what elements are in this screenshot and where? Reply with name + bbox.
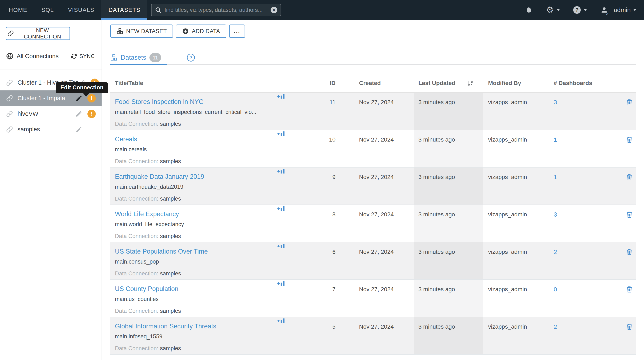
- connection-warning-icon[interactable]: !: [88, 110, 96, 118]
- dataset-modified-by-cell: vizapps_admin: [483, 317, 552, 354]
- table-row[interactable]: World Life Expectancy main.world_life_ex…: [110, 205, 636, 242]
- dataset-connection-line: Data Connection:samples: [115, 121, 277, 127]
- dashboards-count-link[interactable]: 3: [554, 205, 557, 218]
- add-data-button[interactable]: ADD DATA: [176, 24, 226, 38]
- dataset-title-link[interactable]: Earthquake Data January 2019: [115, 168, 277, 180]
- delete-dataset-icon[interactable]: [626, 211, 633, 242]
- edit-connection-icon[interactable]: [75, 95, 82, 102]
- global-search[interactable]: ✕: [151, 4, 281, 16]
- datasets-table: Title/Table ID Created Last Updated Modi…: [110, 74, 636, 355]
- link-icon: [6, 111, 13, 117]
- new-dashboard-icon[interactable]: [277, 130, 289, 137]
- new-dashboard-icon[interactable]: [277, 205, 289, 212]
- data-connection-label: Data Connection:: [115, 308, 158, 314]
- dashboards-count-link[interactable]: 0: [554, 280, 557, 293]
- dataset-title-link[interactable]: World Life Expectancy: [115, 205, 277, 218]
- search-clear-icon[interactable]: ✕: [270, 7, 277, 13]
- all-connections-item[interactable]: All Connections: [6, 53, 59, 60]
- sort-descending-icon[interactable]: [467, 80, 474, 87]
- column-header-id[interactable]: ID: [289, 80, 337, 86]
- dataset-title-link[interactable]: Cereals: [115, 130, 277, 143]
- all-connections-label: All Connections: [17, 53, 59, 60]
- link-icon: [6, 126, 13, 133]
- help-menu-button[interactable]: ?: [573, 6, 587, 14]
- new-dataset-button[interactable]: NEW DATASET: [110, 24, 173, 38]
- sync-label: SYNC: [80, 53, 95, 59]
- connection-item[interactable]: samples !: [0, 122, 102, 137]
- tab-datasets-label: Datasets: [121, 54, 146, 61]
- delete-dataset-icon[interactable]: [626, 323, 633, 354]
- nav-item-visuals[interactable]: VISUALS: [61, 0, 101, 20]
- sidebar-divider: [0, 69, 102, 69]
- dataset-id-cell: 5: [289, 317, 337, 354]
- connection-item[interactable]: hiveVW !: [0, 106, 102, 122]
- user-menu-button[interactable]: ✓ admin: [600, 6, 636, 14]
- dataset-actions-cell: [622, 130, 636, 167]
- nav-item-datasets[interactable]: DATASETS: [101, 0, 147, 20]
- delete-dataset-icon[interactable]: [626, 248, 633, 279]
- dashboards-count-link[interactable]: 2: [554, 242, 557, 255]
- column-header-created[interactable]: Created: [337, 80, 414, 86]
- new-dashboard-icon[interactable]: [277, 317, 289, 324]
- dataset-actions-cell: [622, 280, 636, 317]
- edit-connection-icon[interactable]: [75, 110, 82, 117]
- table-row[interactable]: US State Populations Over Time main.cens…: [110, 242, 636, 280]
- column-header-title-table[interactable]: Title/Table: [110, 80, 277, 86]
- data-connection-value: samples: [160, 345, 181, 352]
- data-connection-value: samples: [160, 121, 181, 127]
- dataset-created-cell: Nov 27, 2024: [337, 168, 414, 204]
- table-row[interactable]: Global Information Security Threats main…: [110, 317, 636, 355]
- connection-actions: !: [75, 125, 96, 134]
- delete-dataset-icon[interactable]: [626, 286, 633, 317]
- settings-menu-button[interactable]: ⚙: [546, 5, 560, 14]
- new-dashboard-icon[interactable]: [277, 93, 289, 100]
- dashboards-count-link[interactable]: 2: [554, 317, 557, 330]
- tab-datasets[interactable]: Datasets 11: [110, 51, 167, 64]
- nav-item-home[interactable]: HOME: [0, 0, 34, 20]
- datasets-help-icon[interactable]: ?: [187, 54, 195, 61]
- dashboards-count-link[interactable]: 3: [554, 93, 557, 106]
- dataset-modified-by-cell: vizapps_admin: [483, 168, 552, 204]
- data-connection-label: Data Connection:: [115, 195, 158, 202]
- data-connection-value: samples: [160, 308, 181, 314]
- dataset-title-link[interactable]: US State Populations Over Time: [115, 242, 277, 255]
- dataset-title-link[interactable]: Food Stores Inspection in NYC: [115, 93, 277, 106]
- column-header-modified-by[interactable]: Modified By: [483, 80, 552, 86]
- dashboards-count-link[interactable]: 1: [554, 130, 557, 143]
- nav-item-sql[interactable]: SQL: [34, 0, 61, 20]
- dataset-dashboards-cell: 2: [552, 242, 622, 279]
- edit-connection-icon[interactable]: [75, 126, 82, 133]
- delete-dataset-icon[interactable]: [626, 136, 633, 167]
- table-row[interactable]: US County Population main.us_counties Da…: [110, 280, 636, 317]
- dashboards-count-link[interactable]: 1: [554, 168, 557, 180]
- new-dashboard-icon[interactable]: [277, 168, 289, 175]
- new-connection-button[interactable]: NEW CONNECTION: [6, 27, 70, 40]
- dataset-title-cell: Global Information Security Threats main…: [110, 317, 277, 354]
- connections-sidebar: NEW CONNECTION All Connections SYNC Clus…: [0, 20, 102, 360]
- notifications-button[interactable]: [525, 6, 533, 14]
- dataset-title-link[interactable]: US County Population: [115, 280, 277, 293]
- new-dashboard-icon[interactable]: [277, 280, 289, 287]
- table-row[interactable]: Food Stores Inspection in NYC main.retai…: [110, 93, 636, 130]
- column-header-dashboards[interactable]: # Dashboards: [552, 80, 622, 86]
- chevron-down-icon: [633, 9, 636, 11]
- dataset-created-cell: Nov 27, 2024: [337, 317, 414, 354]
- dataset-title-link[interactable]: Global Information Security Threats: [115, 317, 277, 330]
- table-row[interactable]: Cereals main.cereals Data Connection:sam…: [110, 130, 636, 168]
- more-actions-button[interactable]: ...: [229, 24, 245, 38]
- sync-button[interactable]: SYNC: [71, 53, 95, 59]
- search-input[interactable]: [164, 7, 270, 13]
- delete-dataset-icon[interactable]: [626, 173, 633, 204]
- dataset-dashboards-cell: 3: [552, 205, 622, 242]
- data-connection-value: samples: [160, 158, 181, 165]
- delete-dataset-icon[interactable]: [626, 99, 633, 130]
- new-dataset-label: NEW DATASET: [126, 28, 167, 34]
- table-row[interactable]: Earthquake Data January 2019 main.earthq…: [110, 168, 636, 205]
- dataset-table-name: main.census_pop: [115, 259, 277, 265]
- dataset-title-cell: US State Populations Over Time main.cens…: [110, 242, 277, 279]
- dataset-updated-cell: 3 minutes ago: [414, 168, 483, 204]
- column-header-last-updated[interactable]: Last Updated: [414, 80, 483, 87]
- all-connections-row: All Connections SYNC: [0, 52, 102, 60]
- new-dashboard-cell: [277, 242, 289, 279]
- new-dashboard-icon[interactable]: [277, 242, 289, 249]
